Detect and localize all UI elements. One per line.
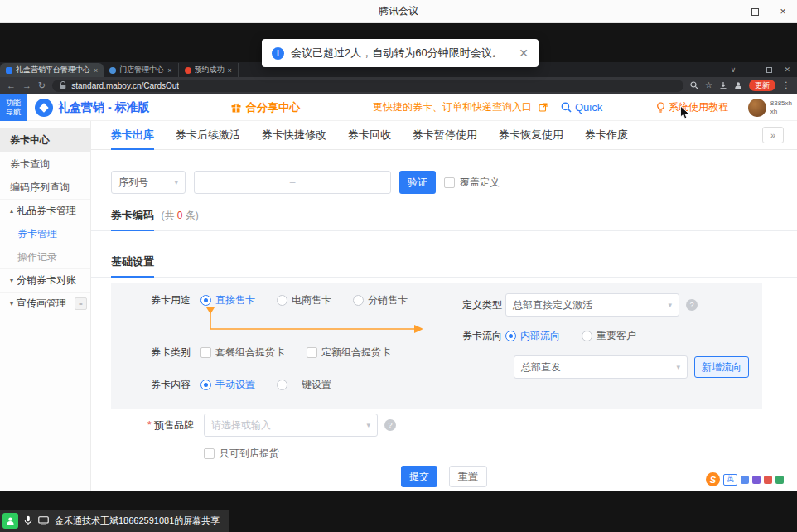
extension-icon-3[interactable] [764,476,772,484]
radio-selected-icon[interactable] [200,380,211,390]
help-icon[interactable]: ? [384,419,396,431]
forward-icon[interactable]: → [22,81,31,90]
user-account[interactable]: 8385xh xh [748,94,792,121]
toast-close-icon[interactable]: ✕ [519,46,529,60]
tutorial-link[interactable]: 系统使用教程 [656,94,728,121]
panel-expand-button[interactable]: » [762,127,784,143]
browser-maximize-icon[interactable] [766,67,772,73]
checkbox-icon[interactable] [200,347,211,358]
category-option-fixed[interactable]: 定额组合提货卡 [307,346,391,360]
browser-update-button[interactable]: 更新 [749,80,775,91]
refresh-icon[interactable]: ↻ [38,81,46,90]
sidebar-group-gift-card-mgmt[interactable]: ▴ 礼品券卡管理 [0,199,90,222]
presale-brand-select[interactable]: 请选择或输入 ▾ [204,414,378,437]
tab-card-void[interactable]: 券卡作废 [585,121,628,150]
tab1-label: 礼盒营销平台管理中心 [16,65,90,75]
override-define-option[interactable]: 覆盖定义 [444,176,500,190]
pickup-only-option[interactable]: 只可到店提货 [204,447,279,461]
quick-entry-link[interactable]: 更快捷的券卡、订单和快递查询入口 [373,100,532,114]
category-option-combo[interactable]: 套餐组合提货卡 [200,346,285,360]
verify-button[interactable]: 验证 [399,171,436,194]
quick-search[interactable]: Quick [561,101,602,114]
sidebar-item-operation-log[interactable]: 操作记录 [0,245,90,268]
minimize-button[interactable]: — [712,0,741,23]
tab2-label: 门店管理中心 [119,65,164,75]
tab-card-activate[interactable]: 券卡后续激活 [176,121,240,150]
site-security-icon [60,81,66,89]
extension-icon-4[interactable] [775,476,784,484]
help-icon[interactable]: ? [686,299,698,311]
browser-close-icon[interactable]: ✕ [784,65,790,74]
flow-target-select[interactable]: 总部直发 ▾ [514,355,688,379]
usage-row: 券卡用途 直接售卡 电商售卡 分销售卡 [111,293,429,307]
translate-extension-icon[interactable]: 英 [723,474,737,486]
radio-icon[interactable] [582,331,592,341]
content-option-onekey[interactable]: 一键设置 [277,378,331,392]
radio-icon[interactable] [277,295,287,306]
bookmark-star-icon[interactable]: ☆ [705,81,712,89]
tab3-close-icon[interactable]: × [228,66,232,75]
tab2-close-icon[interactable]: × [167,66,171,75]
browser-tab-3[interactable]: 预约成功 × [179,63,239,77]
sidebar-group-distribution-reconcile[interactable]: ▾ 分销券卡对账 [0,268,90,292]
screen-share-stage: i 会议已超过2人，自动转为60分钟限时会议。 ✕ 礼盒营销平台管理中心 × 门… [0,23,797,532]
flow-option-vip[interactable]: 重要客户 [582,329,636,343]
sidebar-item-card-query[interactable]: 券卡查询 [0,152,90,176]
override-checkbox[interactable] [444,177,455,188]
address-bar[interactable]: standard.maboy.cn/CardsOut [52,80,683,92]
radio-icon[interactable] [277,380,287,390]
back-icon[interactable]: ← [7,81,16,90]
radio-selected-icon[interactable] [200,295,211,306]
usage-option-direct[interactable]: 直接售卡 [200,293,255,307]
browser-tab-1[interactable]: 礼盒营销平台管理中心 × [0,63,104,77]
sidebar-collapse-handle[interactable]: ≡ [75,297,87,310]
extension-logo-icon[interactable]: S [706,472,720,486]
download-icon[interactable] [719,81,727,89]
tab-card-recycle[interactable]: 券卡回收 [348,121,391,150]
tab-card-outbound[interactable]: 券卡出库 [111,121,154,150]
share-center-link[interactable]: 合分享中心 [230,94,300,121]
radio-icon[interactable] [353,295,364,306]
function-nav-button[interactable]: 功能 导航 [0,94,27,121]
tab-card-resume[interactable]: 券卡恢复使用 [499,121,563,150]
radio-selected-icon[interactable] [505,331,516,341]
serial-range-input[interactable]: – [194,171,391,194]
browser-minimize-icon[interactable]: — [747,65,755,74]
define-type-select[interactable]: 总部直接定义激活 ▾ [505,293,679,317]
required-asterisk: * [147,419,152,431]
microphone-icon[interactable] [24,515,32,526]
usage-option-ecommerce[interactable]: 电商售卡 [277,293,331,307]
usage-option-distribution[interactable]: 分销售卡 [353,293,408,307]
pickup-checkbox[interactable] [204,448,215,459]
sidebar-item-card-mgmt[interactable]: 券卡管理 [0,222,90,245]
close-button[interactable]: × [769,0,797,23]
screen-share-icon[interactable] [38,516,49,525]
tab-card-suspend[interactable]: 券卡暂停使用 [413,121,477,150]
tab-card-quick-edit[interactable]: 券卡快捷修改 [262,121,326,150]
info-icon: i [272,47,284,60]
submit-button[interactable]: 提交 [401,466,437,487]
tab1-close-icon[interactable]: × [94,66,98,75]
extension-icon-2[interactable] [752,476,761,484]
extension-icon-1[interactable] [741,476,749,484]
flow-target-row: 总部直发 ▾ 新增流向 [514,355,749,379]
sharer-avatar-icon [2,513,18,529]
flow-option-internal[interactable]: 内部流向 [505,329,560,343]
tab-search-icon[interactable]: ∨ [731,65,737,74]
browser-tab-2[interactable]: 门店管理中心 × [104,63,178,77]
browser-menu-icon[interactable]: ⋮ [782,81,790,89]
meeting-window: 腾讯会议 — × i 会议已超过2人，自动转为60分钟限时会议。 ✕ 礼盒营销平… [0,0,797,532]
reset-button[interactable]: 重置 [449,466,487,487]
app-logo [35,99,53,117]
codes-section-title: 券卡编码 [111,208,154,223]
flow-row: 券卡流向 内部流向 重要客户 [462,329,658,343]
zoom-icon[interactable] [690,81,698,89]
sidebar-item-code-sequence-query[interactable]: 编码序列查询 [0,176,90,199]
checkbox-icon[interactable] [307,347,317,358]
serial-type-select[interactable]: 序列号 ▾ [111,171,186,194]
add-flow-button[interactable]: 新增流向 [694,356,749,378]
content-option-manual[interactable]: 手动设置 [200,378,255,392]
maximize-button[interactable] [741,0,769,23]
presale-brand-row: * 预售品牌 请选择或输入 ▾ ? [111,414,396,437]
profile-icon[interactable] [734,81,742,89]
